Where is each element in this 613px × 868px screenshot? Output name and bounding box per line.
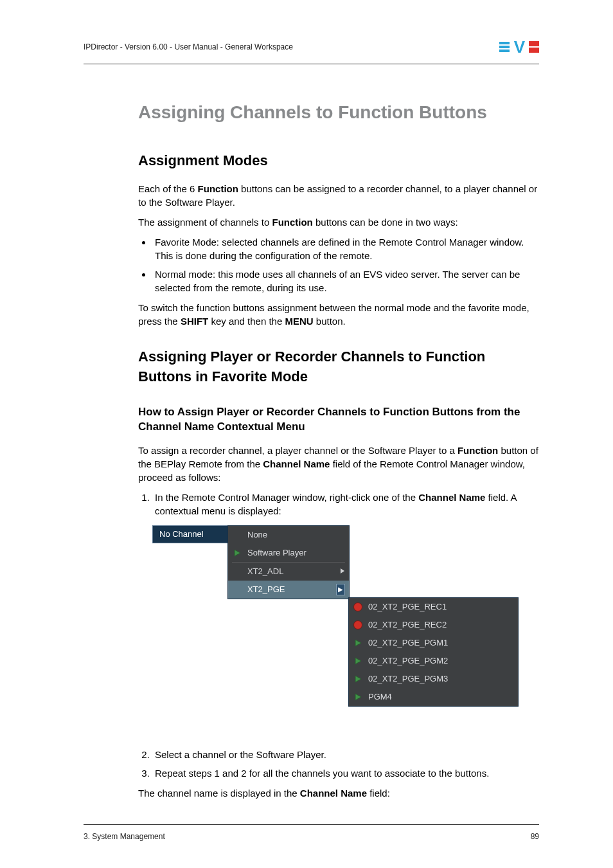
- chevron-right-icon: ▶: [336, 584, 345, 595]
- svg-marker-1: [341, 568, 344, 574]
- list-item: Favorite Mode: selected channels are def…: [152, 235, 539, 262]
- svg-marker-4: [355, 676, 361, 682]
- ordered-list: Select a channel or the Software Player.…: [138, 748, 539, 780]
- footer-section: 3. System Management: [84, 831, 165, 842]
- page-number: 89: [531, 831, 539, 842]
- paragraph: To assign a recorder channel, a player c…: [138, 444, 539, 484]
- menu-item-software-player[interactable]: Software Player: [228, 544, 349, 562]
- submenu-item-pgm4[interactable]: PGM4: [349, 688, 518, 706]
- play-icon: [353, 692, 363, 702]
- menu-label: None: [247, 529, 267, 541]
- submenu-item-pgm1[interactable]: 02_XT2_PGE_PGM1: [349, 634, 518, 652]
- blank-icon: [232, 530, 242, 540]
- ordered-list: In the Remote Control Manager window, ri…: [138, 491, 539, 518]
- blank-icon: [232, 584, 242, 595]
- menu-item-xt2-pge[interactable]: XT2_PGE ▶: [228, 581, 349, 599]
- submenu-label: 02_XT2_PGE_REC2: [368, 619, 447, 631]
- submenu-item-rec1[interactable]: 02_XT2_PGE_REC1: [349, 598, 518, 616]
- submenu-label: 02_XT2_PGE_PGM1: [368, 637, 448, 649]
- context-menu: None Software Player XT2_ADL: [227, 525, 350, 599]
- page-footer: 3. System Management 89: [84, 824, 539, 842]
- sub-heading: How to Assign Player or Recorder Channel…: [138, 405, 539, 435]
- menu-item-none[interactable]: None: [228, 526, 349, 544]
- page-title: Assigning Channels to Function Buttons: [138, 100, 539, 125]
- menu-item-xt2-adl[interactable]: XT2_ADL: [228, 563, 349, 581]
- context-submenu: 02_XT2_PGE_REC1 02_XT2_PGE_REC2 02_XT2_P…: [348, 597, 519, 707]
- section-heading: Assignment Modes: [138, 151, 539, 171]
- submenu-label: 02_XT2_PGE_PGM2: [368, 655, 448, 667]
- list-item: Normal mode: this mode uses all channels…: [152, 267, 539, 294]
- submenu-label: 02_XT2_PGE_PGM3: [368, 673, 448, 685]
- menu-label: XT2_PGE: [247, 584, 285, 595]
- chevron-right-icon: [340, 566, 345, 577]
- bullet-list: Favorite Mode: selected channels are def…: [138, 235, 539, 294]
- svg-marker-3: [355, 658, 361, 664]
- play-icon: [353, 656, 363, 666]
- list-item: In the Remote Control Manager window, ri…: [152, 491, 539, 518]
- context-menu-figure: No Channel None Software Player XT2_ADL: [152, 525, 522, 736]
- menu-label: Software Player: [247, 547, 306, 559]
- blank-icon: [232, 566, 242, 577]
- paragraph: The assignment of channels to Function b…: [138, 215, 539, 229]
- section-heading: Assigning Player or Recorder Channels to…: [138, 347, 539, 387]
- svg-marker-2: [355, 640, 361, 646]
- paragraph: Each of the 6 Function buttons can be as…: [138, 182, 539, 209]
- submenu-label: PGM4: [368, 691, 392, 703]
- evs-logo: V: [499, 35, 539, 59]
- submenu-label: 02_XT2_PGE_REC1: [368, 601, 447, 613]
- list-item: Select a channel or the Software Player.: [152, 748, 539, 761]
- menu-label: XT2_ADL: [247, 566, 283, 577]
- submenu-item-pgm2[interactable]: 02_XT2_PGE_PGM2: [349, 652, 518, 670]
- svg-marker-5: [355, 694, 361, 700]
- list-item: Repeat steps 1 and 2 for all the channel…: [152, 766, 539, 780]
- submenu-item-rec2[interactable]: 02_XT2_PGE_REC2: [349, 616, 518, 634]
- header-breadcrumb: IPDirector - Version 6.00 - User Manual …: [84, 42, 293, 53]
- submenu-item-pgm3[interactable]: 02_XT2_PGE_PGM3: [349, 670, 518, 688]
- paragraph: The channel name is displayed in the Cha…: [138, 786, 539, 800]
- play-icon: [353, 638, 363, 648]
- page-header: IPDirector - Version 6.00 - User Manual …: [84, 35, 539, 64]
- play-icon: [232, 548, 242, 558]
- record-icon: [353, 602, 363, 612]
- record-icon: [353, 620, 363, 630]
- svg-marker-0: [235, 550, 240, 556]
- play-icon: [353, 674, 363, 684]
- paragraph: To switch the function buttons assignmen…: [138, 301, 539, 328]
